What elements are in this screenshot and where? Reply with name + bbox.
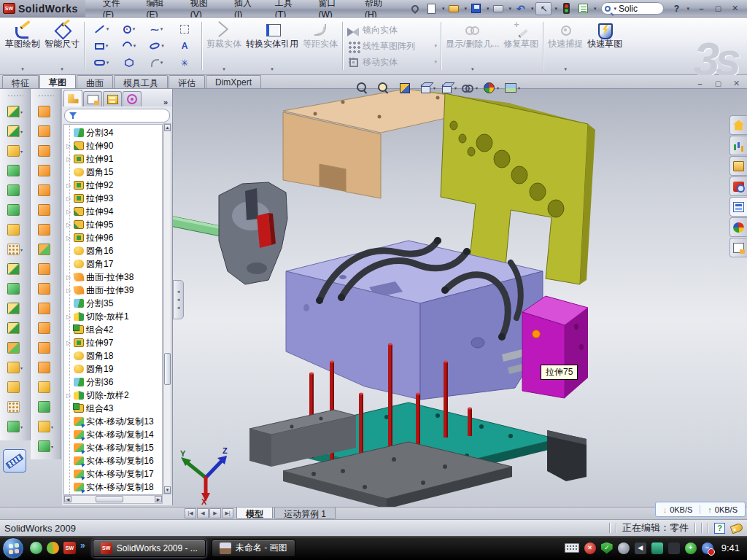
feature-tree-item[interactable]: 曲面-拉伸39 (66, 284, 162, 297)
configuration-manager-tab[interactable] (103, 91, 122, 106)
sketch-button[interactable]: 草图绘制 ▾ (3, 19, 42, 73)
feature-tree-item[interactable]: 圆角16 (66, 244, 162, 257)
mirror-select-tool[interactable] (171, 21, 198, 37)
resources-tab[interactable] (729, 136, 747, 155)
expand-arrow-icon[interactable] (66, 314, 71, 320)
tree-filter-input[interactable] (64, 109, 170, 122)
feature-tree-item[interactable]: 分割35 (66, 297, 162, 310)
taskbar-window-button[interactable]: 未命名 - 画图 (212, 540, 295, 557)
view-palette-tab[interactable] (729, 197, 747, 217)
feature-tree-item[interactable]: 实体-移动/复制13 (66, 415, 162, 428)
view-tool-button[interactable]: ▾ (440, 81, 457, 94)
scroll-up-arrow[interactable]: ▲ (164, 124, 171, 131)
view-tool-button[interactable]: ▾ (376, 81, 393, 94)
print-button[interactable] (491, 2, 506, 15)
expand-arrow-icon[interactable] (66, 392, 71, 399)
home-tab[interactable] (729, 115, 747, 135)
design-library-tab[interactable] (729, 156, 747, 176)
options-button[interactable] (576, 2, 591, 15)
feature-tree-item[interactable]: 切除-放样1 (66, 310, 162, 323)
taskbar-window-button[interactable]: SW SolidWorks 2009 - ... (93, 540, 206, 557)
panel-splitter-handle[interactable] (173, 280, 184, 319)
close-button[interactable] (729, 3, 741, 14)
tray-security-alert-icon[interactable]: × (584, 542, 596, 554)
tray-sync-icon[interactable]: − (702, 542, 713, 554)
expand-arrow-icon[interactable] (66, 340, 71, 346)
prev-tab-button[interactable]: ◀ (197, 508, 209, 518)
model-side-block[interactable] (522, 296, 588, 398)
rebuild-button[interactable] (560, 2, 574, 15)
line-tool[interactable]: ▾ (88, 21, 115, 37)
feature-tree-item[interactable]: 分割34 (66, 126, 162, 139)
expand-arrow-icon[interactable] (66, 195, 71, 202)
feature-tree-item[interactable]: 实体-移动/复制15 (66, 441, 162, 454)
quicklaunch-solidworks-icon[interactable]: SW (63, 542, 76, 554)
chevron-down-icon[interactable]: ▾ (686, 6, 689, 12)
start-button[interactable] (2, 537, 24, 559)
feature-tree-item[interactable]: 拉伸93 (66, 192, 162, 205)
command-tab[interactable]: 曲面 (77, 75, 113, 88)
model-green-bar[interactable] (166, 215, 228, 238)
chevron-down-icon[interactable]: ▾ (508, 6, 511, 12)
appearances-tab[interactable] (729, 217, 747, 237)
expand-arrow-icon[interactable] (66, 222, 71, 228)
file-explorer-tab[interactable] (729, 176, 747, 196)
feature-tree-item[interactable]: 拉伸92 (66, 179, 162, 192)
feature-tree-item[interactable]: 拉伸91 (66, 152, 162, 166)
chevron-down-icon[interactable]: ▾ (554, 6, 557, 12)
doc-minimize-button[interactable] (694, 78, 706, 89)
custom-properties-tab[interactable] (729, 238, 747, 257)
feature-tree-item[interactable]: 拉伸96 (66, 231, 162, 244)
feature-tree-item[interactable]: 拉伸97 (66, 336, 162, 349)
minimize-button[interactable] (695, 3, 708, 14)
polygon-tool[interactable] (116, 55, 142, 71)
doc-close-button[interactable] (730, 78, 743, 89)
chevron-down-icon[interactable]: ▾ (487, 6, 489, 12)
view-tool-button[interactable]: ▾ (503, 81, 520, 94)
feature-tree-item[interactable]: 组合43 (66, 402, 162, 415)
feature-tree-item[interactable]: 曲面-拉伸38 (66, 271, 162, 284)
chevron-down-icon[interactable]: ▾ (464, 6, 467, 12)
expand-arrow-icon[interactable] (66, 274, 71, 281)
expand-arrow-icon[interactable] (66, 156, 71, 163)
arc-tool[interactable]: ▾ (116, 38, 142, 54)
tree-vertical-scrollbar[interactable]: ▲ ▼ (163, 123, 171, 494)
command-tab[interactable]: 草图 (39, 74, 76, 88)
expand-arrow-icon[interactable] (66, 182, 71, 189)
chevron-down-icon[interactable]: ▾ (21, 66, 24, 72)
tray-antivirus-shield-icon[interactable]: ✓ (601, 542, 613, 554)
search-input[interactable]: Solic (619, 4, 638, 14)
next-tab-button[interactable]: ▶ (209, 508, 221, 518)
feature-tree-item[interactable]: 分割36 (66, 376, 162, 389)
measure-button-pressed[interactable] (3, 449, 26, 472)
more-tabs-button[interactable]: » (160, 98, 171, 106)
chevron-down-icon[interactable]: ▾ (442, 6, 445, 12)
feature-tree-item[interactable]: 圆角17 (66, 257, 162, 271)
feature-tree-item[interactable]: 拉伸90 (66, 139, 162, 152)
command-tab[interactable]: 模具工具 (114, 75, 168, 88)
save-button[interactable] (469, 2, 484, 15)
quicklaunch-more-chevron[interactable]: » (80, 540, 85, 551)
tray-network-warning-icon[interactable] (668, 542, 680, 554)
tray-update-icon[interactable] (618, 542, 630, 554)
slot-tool[interactable]: ▾ (88, 55, 115, 71)
feature-tree-item[interactable]: 圆角15 (66, 166, 162, 179)
expand-arrow-icon[interactable] (66, 235, 71, 241)
text-tool[interactable]: A (171, 38, 198, 54)
select-button[interactable]: ↖ (535, 2, 551, 15)
undo-button[interactable]: ↶ (514, 2, 528, 15)
rapid-sketch-button[interactable]: 快速草图 (585, 19, 624, 73)
feature-tree-item[interactable]: 实体-移动/复制17 (66, 467, 162, 481)
dimxpert-manager-tab[interactable] (123, 91, 142, 106)
chevron-down-icon[interactable]: ▾ (61, 66, 63, 72)
quicklaunch-messenger-icon[interactable] (30, 542, 42, 554)
input-method-keyboard-icon[interactable] (565, 543, 579, 553)
open-button[interactable] (446, 2, 461, 15)
command-tab[interactable]: DimXpert (206, 75, 261, 88)
scroll-thumb[interactable] (96, 496, 123, 502)
doc-restore-button[interactable] (712, 78, 724, 89)
chevron-down-icon[interactable]: ▾ (594, 6, 597, 12)
scroll-right-arrow[interactable]: ▶ (155, 496, 162, 502)
tray-connectivity-icon[interactable] (651, 542, 663, 554)
pin-icon[interactable] (408, 2, 422, 15)
